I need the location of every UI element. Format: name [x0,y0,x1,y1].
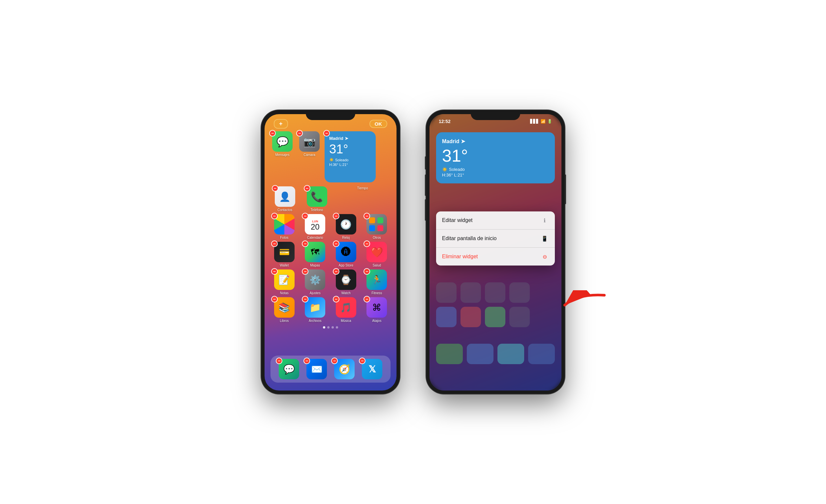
red-arrow-container [558,290,608,318]
context-edit-widget-label: Editar widget [442,217,473,223]
volume-down-button-2[interactable] [425,199,426,220]
app-musica-label: Música [341,319,351,323]
blurred-row-1 [436,282,555,303]
context-remove-widget-label: Eliminar widget [442,254,478,260]
app-watch-container: ⌚ Watch [334,269,358,295]
scene: + OK 💬 Mensajes 📷 Cámara [0,0,826,504]
app-libros-container: 📚 Libros [273,297,296,323]
context-info-icon: ℹ [540,216,549,225]
weather2-desc: ☀️ Soleado [442,167,549,172]
power-button-2[interactable] [565,175,566,204]
app-otros-container: Otros [365,214,389,240]
delete-watch-badge[interactable] [333,268,340,275]
red-arrow-svg [558,290,608,317]
location-icon: ➤ [345,136,348,141]
weather-widget-2[interactable]: Madrid ➤ 31° ☀️ Soleado H:36° L:21° [436,132,555,183]
phone-1: + OK 💬 Mensajes 📷 Cámara [261,110,400,394]
app-musica-container: 🎵 Música [334,297,358,323]
page-dots [264,326,397,328]
context-remove-widget[interactable]: Eliminar widget ⊖ [436,248,555,265]
blurred-app-grid [436,282,555,331]
weather-city-1: Madrid ➤ [329,136,371,141]
status-bar-1: + OK [264,114,397,129]
context-edit-homescreen-label: Editar pantalla de inicio [442,236,496,242]
delete-fotos-badge[interactable] [271,213,278,219]
delete-safari-badge[interactable] [331,358,338,364]
app-ajustes-container: ⚙️ Ajustes [303,269,327,295]
delete-reloj-badge[interactable] [333,213,340,219]
delete-mensajes-badge[interactable] [269,130,276,136]
weather2-hl: H:36° L:21° [442,173,549,178]
app-mensajes-container: 💬 Mensajes [271,131,294,182]
page-dot-1 [323,326,325,328]
delete-weather-badge[interactable] [323,130,330,136]
delete-telefono-badge[interactable] [304,185,310,192]
add-widget-button[interactable]: + [274,119,288,129]
app-camera-container: 📷 Cámara [298,131,321,182]
delete-camera-badge[interactable] [296,130,303,136]
status-icons: ▋▋▋ 📶 🔋 [530,119,552,124]
apps-row-4: 💳 Wallet 🗺 Mapas 🅐 App Store [271,242,391,267]
weather-widget-1[interactable]: Madrid ➤ 31° ☀️ Soleado H:36° L:21° [324,131,376,182]
context-edit-widget[interactable]: Editar widget ℹ [436,211,555,230]
dock-safari-container: 🧭 [333,359,356,379]
volume-up-button-2[interactable] [425,175,426,196]
app-watch-label: Watch [341,291,351,295]
app-calendario-label: Calendario [307,236,323,240]
app-libros-label: Libros [280,319,289,323]
app-fotos-label: Fotos [280,236,288,240]
app-ajustes-label: Ajustes [310,291,320,295]
app-wallet-container: 💳 Wallet [273,242,296,267]
weather2-city: Madrid ➤ [442,138,549,144]
app-calendario-container: LUN 20 Calendario [303,214,327,240]
weather2-temp: 31° [442,146,549,166]
delete-appstore-badge[interactable] [333,241,340,247]
blurred-icon-6 [461,307,481,327]
page-dot-4 [336,326,338,328]
apps-row-3: Fotos LUN 20 Calendario [271,214,391,240]
app-reloj-container: 🕐 Reloj [334,214,358,240]
delete-wallet-badge[interactable] [271,241,278,247]
context-phone-icon: 📱 [540,234,549,243]
bottom-blur-icon-4 [528,344,555,364]
weather-desc-1: ☀️ Soleado [329,158,371,162]
delete-whatsapp-badge[interactable] [276,358,282,364]
app-salud-container: ❤️ Salud [365,242,389,267]
phone2-screen: 12:52 ▋▋▋ 📶 🔋 Madrid ➤ 31° ☀️ [429,114,562,390]
delete-musica-badge[interactable] [333,296,340,303]
app-otros-label: Otros [373,236,381,240]
context-menu: Editar widget ℹ Editar pantalla de inici… [436,211,555,265]
delete-mail-badge[interactable] [303,358,310,364]
dock-mail-container: ✉️ [305,359,329,379]
app-archivos-label: Archivos [309,319,321,323]
app-telefono-container: 📞 Teléfono [305,186,329,212]
phone2-background: 12:52 ▋▋▋ 📶 🔋 Madrid ➤ 31° ☀️ [429,114,562,390]
app-fitness-container: 🏃 Fitness [365,269,389,295]
delete-twitter-badge[interactable] [359,358,365,364]
app-mensajes-label: Mensajes [276,153,290,157]
battery-icon: 🔋 [547,119,552,124]
mute-button-2[interactable] [425,156,426,170]
done-button[interactable]: OK [369,120,388,128]
widget-row: 💬 Mensajes 📷 Cámara Madrid [264,129,397,185]
app-salud-label: Salud [372,263,381,267]
delete-contactos-badge[interactable] [272,185,279,192]
blurred-row-2 [436,307,555,327]
bottom-blur-icon-2 [467,344,493,364]
blurred-icon-4 [509,282,530,303]
app-contactos-label: Contactos [278,208,292,212]
blurred-icon-1 [436,282,457,303]
dock-whatsapp-container: 💬 [277,359,301,379]
app-atajos-container: ⌘ Atajos [365,297,389,323]
blurred-icon-7 [485,307,506,327]
app-fitness-label: Fitness [371,291,382,295]
phone1-screen: + OK 💬 Mensajes 📷 Cámara [264,114,397,390]
delete-libros-badge[interactable] [271,296,278,303]
app-camera-label: Cámara [303,153,315,157]
app-mapas-label: Mapas [310,263,320,267]
app-notas-label: Notas [280,291,289,295]
page-dot-2 [327,326,330,328]
delete-notas-badge[interactable] [271,268,278,275]
app-reloj-label: Reloj [342,236,350,240]
context-edit-homescreen[interactable]: Editar pantalla de inicio 📱 [436,230,555,248]
